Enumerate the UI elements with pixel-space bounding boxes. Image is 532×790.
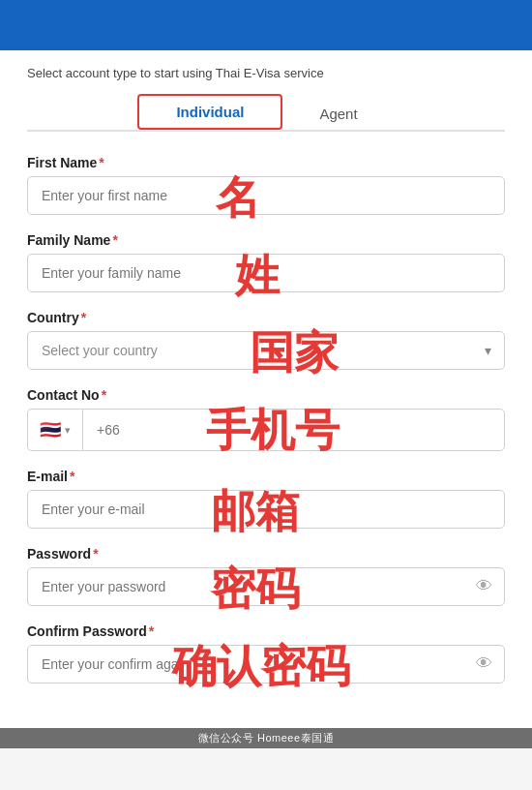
- top-bar: [0, 0, 532, 50]
- required-star-email: *: [70, 469, 74, 484]
- account-type-label: Select account type to start using Thai …: [27, 66, 505, 80]
- password-wrapper: 👁: [27, 567, 505, 606]
- contact-group: Contact No* 🇹🇭 ▾ 手机号: [27, 387, 505, 451]
- country-select-wrapper: Select your country ▾: [27, 331, 505, 370]
- email-label: E-mail*: [27, 469, 505, 484]
- phone-input[interactable]: [82, 409, 505, 451]
- main-content: Select account type to start using Thai …: [0, 50, 532, 728]
- required-star-password: *: [93, 546, 98, 562]
- confirm-password-label: Confirm Password*: [27, 623, 505, 639]
- first-name-label: First Name*: [27, 155, 505, 170]
- family-name-group: Family Name* 姓: [27, 232, 505, 292]
- password-label: Password*: [27, 546, 505, 562]
- required-star-contact: *: [102, 387, 106, 403]
- password-group: Password* 👁 密码: [27, 546, 505, 606]
- required-star-country: *: [81, 310, 86, 325]
- country-code-button[interactable]: 🇹🇭 ▾: [27, 409, 82, 451]
- watermark: 微信公众号 Homeee泰国通: [0, 728, 532, 748]
- tab-individual[interactable]: Individual: [137, 94, 282, 130]
- family-name-label: Family Name*: [27, 232, 505, 248]
- thailand-flag-icon: 🇹🇭: [40, 419, 61, 441]
- first-name-input[interactable]: [27, 176, 505, 215]
- confirm-password-input[interactable]: [27, 645, 505, 684]
- eye-icon-confirm[interactable]: 👁: [476, 654, 492, 674]
- required-star-confirm: *: [149, 623, 154, 639]
- email-group: E-mail* 邮箱: [27, 469, 505, 529]
- password-input[interactable]: [27, 567, 505, 606]
- country-label: Country*: [27, 310, 505, 325]
- confirm-password-wrapper: 👁: [27, 645, 505, 684]
- email-input[interactable]: [27, 490, 505, 529]
- confirm-password-group: Confirm Password* 👁 确认密码: [27, 623, 505, 684]
- family-name-input[interactable]: [27, 254, 505, 292]
- first-name-group: First Name* 名: [27, 155, 505, 215]
- required-star-family: *: [112, 232, 117, 248]
- required-star: *: [99, 155, 103, 170]
- country-select[interactable]: Select your country: [27, 331, 505, 370]
- chevron-down-icon-contact: ▾: [65, 424, 71, 437]
- eye-icon[interactable]: 👁: [476, 577, 492, 596]
- country-group: Country* Select your country ▾ 国家: [27, 310, 505, 370]
- tab-group: Individual Agent: [27, 94, 505, 132]
- tab-agent[interactable]: Agent: [282, 98, 394, 130]
- contact-row: 🇹🇭 ▾: [27, 409, 505, 451]
- contact-label: Contact No*: [27, 387, 505, 403]
